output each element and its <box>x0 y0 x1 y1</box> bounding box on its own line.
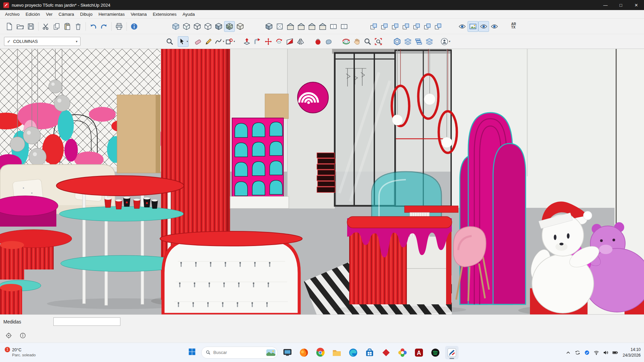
select-tool-button[interactable]: ▾ <box>178 36 189 47</box>
menu-ayuda[interactable]: Ayuda <box>179 10 198 18</box>
menu-archivo[interactable]: Archivo <box>2 10 22 18</box>
tray-battery-icon[interactable] <box>612 350 618 356</box>
pan-tool-button[interactable] <box>352 36 362 47</box>
search-input[interactable] <box>213 350 264 355</box>
style-hidden-line-button[interactable] <box>203 21 213 32</box>
taskbar-app-sketchup[interactable] <box>445 346 459 359</box>
taskbar-app-red-diamond[interactable] <box>379 346 393 359</box>
taskbar-app-firefox[interactable] <box>297 346 311 359</box>
menu-dibujo[interactable]: Dibujo <box>77 10 96 18</box>
group-objects-button[interactable] <box>411 21 422 32</box>
layers-flow-tool-button[interactable] <box>402 36 413 47</box>
taskbar-search[interactable] <box>201 347 278 359</box>
menu-camara[interactable]: Cámara <box>56 10 77 18</box>
menu-herramientas[interactable]: Herramientas <box>96 10 128 18</box>
copy-button[interactable] <box>51 21 62 32</box>
view-front-button[interactable] <box>285 21 296 32</box>
taskbar-app-store[interactable] <box>363 346 376 359</box>
view-iso-button[interactable] <box>264 21 274 32</box>
view-section-button[interactable] <box>339 21 350 32</box>
menu-ventana[interactable]: Ventana <box>128 10 150 18</box>
mirror-tool-button[interactable] <box>295 36 306 47</box>
medidas-input[interactable] <box>53 317 120 326</box>
taskbar-app-file-explorer[interactable] <box>330 346 343 359</box>
shapes-tool-button[interactable]: ▾ <box>225 36 235 47</box>
menu-extensiones[interactable]: Extensiones <box>150 10 179 18</box>
save-button[interactable] <box>25 21 36 32</box>
tray-volume-icon[interactable] <box>603 350 609 356</box>
minimize-button[interactable]: — <box>598 0 613 10</box>
model-info-button[interactable] <box>129 21 140 32</box>
style-shaded-textures-button[interactable] <box>224 21 235 32</box>
credits-info-icon[interactable] <box>19 332 26 339</box>
zoom-extents-tool-button[interactable] <box>373 36 384 47</box>
styles-flow-tool-button[interactable] <box>424 36 435 47</box>
viewport-3d-scene[interactable] <box>0 49 644 314</box>
position-camera-button[interactable] <box>457 21 468 32</box>
taskbar-app-color-wheel[interactable] <box>396 346 409 359</box>
menu-ver[interactable]: Ver <box>43 10 56 18</box>
view-top-button[interactable] <box>274 21 285 32</box>
taskbar-app-monitor[interactable] <box>281 346 294 359</box>
bring-to-front-button[interactable] <box>368 21 379 32</box>
bring-forward-button[interactable] <box>390 21 400 32</box>
style-xray-button[interactable] <box>170 21 181 32</box>
rotate-tool-button[interactable] <box>274 36 284 47</box>
orbit-tool-button[interactable] <box>341 36 352 47</box>
move-tool-button[interactable] <box>263 36 274 47</box>
soften-edges-tool-button[interactable] <box>323 36 334 47</box>
tray-blue-status-icon[interactable] <box>584 350 590 356</box>
new-document-button[interactable] <box>4 21 15 32</box>
eraser-tool-button[interactable] <box>193 36 203 47</box>
style-monochrome-button[interactable] <box>235 21 246 32</box>
taskbar-app-edge[interactable] <box>346 346 360 359</box>
tray-wifi-icon[interactable] <box>593 350 599 356</box>
flip-along-tool-button[interactable] <box>284 36 295 47</box>
print-button[interactable] <box>114 21 124 32</box>
taskbar-app-chrome[interactable] <box>314 346 327 359</box>
taskbar-app-acrobat[interactable]: A <box>412 346 426 359</box>
line-tool-button[interactable] <box>203 36 214 47</box>
scenes-stack-tool-button[interactable] <box>413 36 424 47</box>
tray-sync-icon[interactable] <box>575 350 581 356</box>
view-back-button[interactable] <box>317 21 328 32</box>
view-left-button[interactable] <box>307 21 317 32</box>
person-scale-tool-button[interactable]: ▾ <box>440 36 451 47</box>
style-back-edges-button[interactable] <box>181 21 192 32</box>
send-backward-button[interactable] <box>400 21 411 32</box>
undo-button[interactable] <box>88 21 99 32</box>
send-to-back-button[interactable] <box>379 21 390 32</box>
paint-bucket-tool-button[interactable] <box>313 36 323 47</box>
walk-tool-button[interactable] <box>489 21 500 32</box>
open-file-button[interactable] <box>15 21 25 32</box>
match-photo-button[interactable] <box>468 21 478 32</box>
start-button[interactable] <box>185 346 198 359</box>
explode-group-button[interactable] <box>433 21 443 32</box>
zoom-window-tool-button[interactable] <box>362 36 373 47</box>
view-right-button[interactable] <box>296 21 307 32</box>
artx-extension-button[interactable]: ARTX <box>510 21 521 32</box>
weather-widget[interactable]: 1 20°C Parc. soleado <box>3 343 38 362</box>
zoom-tool-button[interactable] <box>164 36 175 47</box>
geolocation-icon[interactable] <box>5 332 12 339</box>
tag-filter-dropdown[interactable]: ✓ COLUMNAS ▾ <box>4 37 80 46</box>
tags-tool-button[interactable] <box>392 36 402 47</box>
freehand-tool-button[interactable]: ▾ <box>214 36 225 47</box>
maximize-button[interactable]: □ <box>613 0 629 10</box>
menu-edicion[interactable]: Edición <box>22 10 43 18</box>
style-shaded-button[interactable] <box>213 21 224 32</box>
paste-button[interactable] <box>62 21 73 32</box>
look-around-button[interactable] <box>478 21 489 32</box>
taskbar-clock[interactable]: 14:10 24/3/2026 <box>623 347 641 358</box>
cut-button[interactable] <box>41 21 51 32</box>
tray-hidden-icons-icon[interactable] <box>565 350 571 356</box>
ungroup-objects-button[interactable] <box>422 21 433 32</box>
follow-me-tool-button[interactable] <box>252 36 263 47</box>
redo-button[interactable] <box>99 21 109 32</box>
view-plan-button[interactable] <box>328 21 339 32</box>
close-button[interactable]: ✕ <box>629 0 644 10</box>
delete-button[interactable] <box>73 21 84 32</box>
push-pull-tool-button[interactable] <box>241 36 252 47</box>
taskbar-app-green-music[interactable] <box>429 346 442 359</box>
style-wireframe-button[interactable] <box>192 21 203 32</box>
